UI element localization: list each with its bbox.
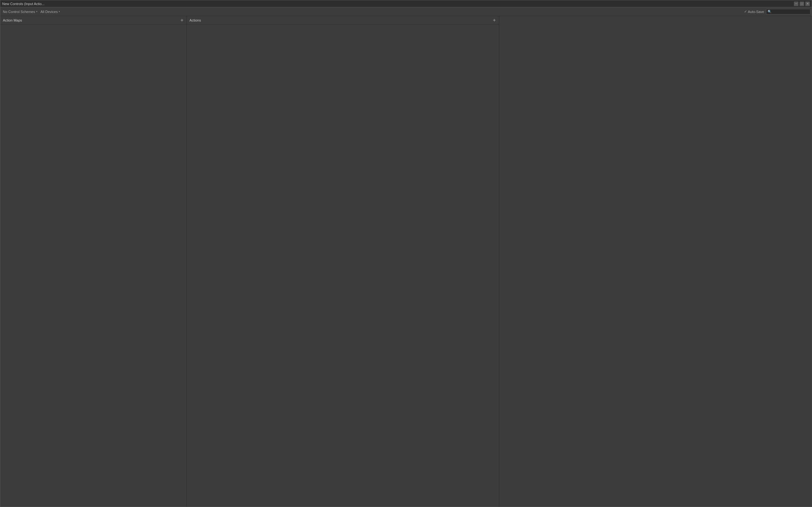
properties-panel	[499, 16, 812, 507]
search-input[interactable]	[772, 10, 809, 14]
search-box[interactable]: 🔍	[766, 9, 810, 14]
actions-title: Actions	[189, 18, 201, 22]
control-schemes-label: No Control Schemes	[3, 10, 35, 14]
actions-panel: Actions +	[187, 16, 499, 507]
window-title: New Controls (Input Actio...	[2, 2, 44, 6]
toolbar-left: No Control Schemes ▾ All Devices ▾	[2, 9, 743, 14]
title-bar-left: New Controls (Input Actio...	[2, 2, 44, 6]
properties-body	[499, 16, 811, 507]
toolbar: No Control Schemes ▾ All Devices ▾ ✓ Aut…	[0, 7, 812, 16]
actions-header: Actions +	[187, 16, 499, 24]
all-devices-arrow: ▾	[59, 10, 60, 13]
title-bar: New Controls (Input Actio... ─ □ ✕	[0, 0, 812, 7]
content-area: Action Maps + Actions +	[0, 16, 812, 507]
actions-body	[187, 24, 499, 507]
main-window: New Controls (Input Actio... ─ □ ✕ No Co…	[0, 0, 812, 507]
search-icon: 🔍	[768, 10, 771, 13]
autosave-text: Auto-Save	[748, 10, 764, 14]
control-schemes-arrow: ▾	[36, 10, 38, 13]
close-button[interactable]: ✕	[805, 2, 810, 6]
toolbar-right: ✓ Auto-Save 🔍	[744, 9, 810, 14]
maximize-button[interactable]: □	[800, 2, 804, 6]
add-action-button[interactable]: +	[492, 18, 496, 23]
control-schemes-dropdown[interactable]: No Control Schemes ▾	[2, 9, 39, 14]
add-action-map-button[interactable]: +	[180, 18, 184, 23]
all-devices-dropdown[interactable]: All Devices ▾	[39, 9, 61, 14]
autosave-check: ✓	[744, 9, 747, 14]
title-bar-controls: ─ □ ✕	[794, 2, 810, 6]
all-devices-label: All Devices	[41, 10, 58, 14]
autosave-label[interactable]: ✓ Auto-Save	[744, 9, 764, 14]
action-maps-body	[0, 24, 187, 507]
action-maps-header: Action Maps +	[0, 16, 187, 24]
action-maps-panel: Action Maps +	[0, 16, 187, 507]
minimize-button[interactable]: ─	[794, 2, 798, 6]
action-maps-title: Action Maps	[3, 18, 22, 22]
